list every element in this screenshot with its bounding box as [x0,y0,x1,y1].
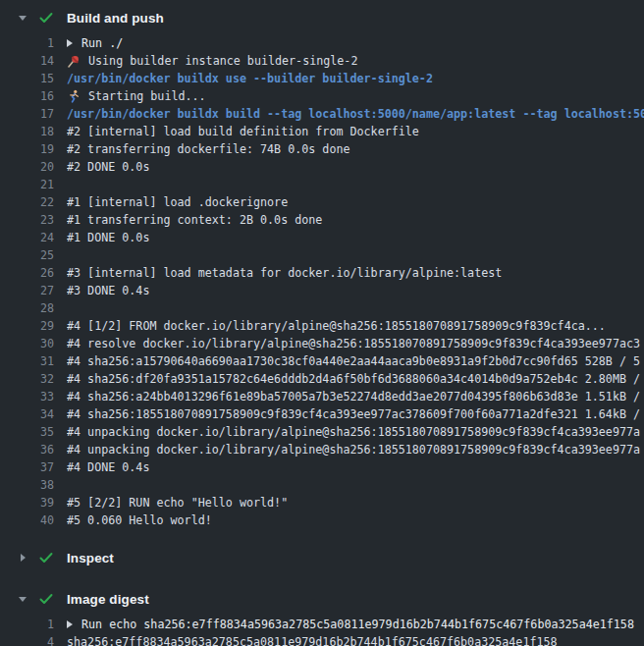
line-text [67,476,644,494]
line-number[interactable]: 18 [0,123,54,140]
line-number[interactable]: 29 [0,317,54,335]
line-number[interactable]: 37 [0,458,54,476]
log-line: 30 #4 resolve docker.io/library/alpine@s… [0,335,644,352]
line-text-value: #1 transferring context: 2B 0.0s done [67,211,322,229]
runner-icon [67,89,80,103]
line-text-value: Starting build... [88,87,206,105]
log-line: 27 #3 DONE 0.4s [0,282,644,299]
expand-group-icon[interactable] [67,620,73,628]
line-number[interactable]: 34 [0,405,54,423]
section-header[interactable]: Image digest [0,586,644,612]
line-text-value: #5 0.060 Hello world! [67,511,212,529]
line-text-value: #4 [1/2] FROM docker.io/library/alpine@s… [67,317,606,335]
section-title: Inspect [67,551,114,565]
line-text-value: #4 resolve docker.io/library/alpine@sha2… [67,335,640,352]
line-number[interactable]: 4 [0,633,54,646]
line-text-value: #4 sha256:185518070891758909c9f839cf4ca3… [67,405,640,423]
line-text: #2 [internal] load build definition from… [67,123,644,140]
line-text-value: #4 sha256:a24bb4013296f61e89ba57005a7b3e… [67,388,640,405]
line-text-value: #1 [internal] load .dockerignore [67,193,288,211]
line-number[interactable]: 15 [0,70,54,87]
section-title: Build and push [67,11,164,26]
line-text-value: Using builder instance builder-single-2 [88,52,357,70]
line-number[interactable]: 19 [0,140,54,158]
line-number[interactable]: 27 [0,282,54,299]
section-image-digest: Image digest 1 Run echo sha256:e7ff8834a… [0,586,644,646]
line-number[interactable]: 32 [0,370,54,388]
log-line: 34 #4 sha256:185518070891758909c9f839cf4… [0,405,644,423]
line-text-value: Run ./ [81,34,123,52]
line-text: #4 sha256:185518070891758909c9f839cf4ca3… [67,405,644,423]
log-line: 37 #4 DONE 0.4s [0,458,644,476]
line-text: #4 unpacking docker.io/library/alpine@sh… [67,441,644,458]
line-number[interactable]: 17 [0,105,54,123]
check-icon [38,10,54,26]
line-text [67,176,644,193]
log-line: 31 #4 sha256:a15790640a6690aa1730c38cf0a… [0,352,644,370]
log-line: 32 #4 sha256:df20fa9351a15782c64e6dddb2d… [0,370,644,388]
line-number[interactable]: 25 [0,246,54,264]
line-text-value: #4 sha256:a15790640a6690aa1730c38cf0a440… [67,352,640,370]
line-number[interactable]: 31 [0,352,54,370]
log-line: 14 Using builder instance builder-single… [0,52,644,70]
line-text: #1 DONE 0.0s [67,229,644,246]
log-line: 15 /usr/bin/docker buildx use --builder … [0,70,644,87]
line-text: /usr/bin/docker buildx build --tag local… [67,105,644,123]
expand-group-icon[interactable] [67,39,73,47]
section-lines: 1 Run echo sha256:e7ff8834a5963a2785c5a0… [0,616,644,646]
line-number[interactable]: 26 [0,264,54,282]
line-number[interactable]: 21 [0,176,54,193]
line-text: #4 resolve docker.io/library/alpine@sha2… [67,335,644,352]
line-text-value: Run echo sha256:e7ff8834a5963a2785c5a081… [81,616,634,633]
line-text: sha256:e7ff8834a5963a2785c5a0811e979d16b… [67,633,644,646]
line-number[interactable]: 1 [0,34,54,52]
log-line: 36 #4 unpacking docker.io/library/alpine… [0,441,644,458]
log-line: 4 sha256:e7ff8834a5963a2785c5a0811e979d1… [0,633,644,646]
line-text: Starting build... [67,87,644,105]
line-number[interactable]: 36 [0,441,54,458]
chevron-down-icon[interactable] [16,16,29,21]
line-text: #4 sha256:df20fa9351a15782c64e6dddb2d4a6… [67,370,644,388]
log-line: 33 #4 sha256:a24bb4013296f61e89ba57005a7… [0,388,644,405]
line-text: Run echo sha256:e7ff8834a5963a2785c5a081… [67,616,644,633]
line-number[interactable]: 23 [0,211,54,229]
line-text: #4 [1/2] FROM docker.io/library/alpine@s… [67,317,644,335]
line-number[interactable]: 38 [0,476,54,494]
line-text-value: #2 DONE 0.0s [67,158,149,176]
line-text: Using builder instance builder-single-2 [67,52,644,70]
line-number[interactable]: 14 [0,52,54,70]
line-number[interactable]: 24 [0,229,54,246]
section-header[interactable]: Build and push [0,5,644,30]
section-header[interactable]: Inspect [0,545,644,570]
section-inspect: Inspect [0,545,644,570]
line-number[interactable]: 40 [0,511,54,529]
line-number[interactable]: 1 [0,616,54,633]
line-text: #2 DONE 0.0s [67,158,644,176]
line-text-value: /usr/bin/docker buildx use --builder bui… [67,70,433,87]
line-text-value: #3 DONE 0.4s [67,282,149,299]
section-build-and-push: Build and push 1 Run ./ 14 Using builder… [0,5,644,529]
log-line: 28 [0,299,644,317]
line-text: #3 DONE 0.4s [67,282,644,299]
workflow-log: Build and push 1 Run ./ 14 Using builder… [0,0,644,646]
line-number[interactable]: 39 [0,494,54,511]
chevron-down-icon[interactable] [16,597,29,602]
line-text: #4 unpacking docker.io/library/alpine@sh… [67,423,644,441]
section-title: Image digest [67,592,149,607]
line-text-value: sha256:e7ff8834a5963a2785c5a0811e979d16b… [67,633,558,646]
check-icon [38,550,54,565]
check-icon [38,591,54,607]
line-number[interactable]: 33 [0,388,54,405]
line-text: #1 transferring context: 2B 0.0s done [67,211,644,229]
line-number[interactable]: 30 [0,335,54,352]
section-lines: 1 Run ./ 14 Using builder instance build… [0,34,644,529]
line-number[interactable]: 35 [0,423,54,441]
line-number[interactable]: 28 [0,299,54,317]
log-line: 20 #2 DONE 0.0s [0,158,644,176]
line-number[interactable]: 22 [0,193,54,211]
line-number[interactable]: 16 [0,87,54,105]
line-text: #3 [internal] load metadata for docker.i… [67,264,644,282]
log-line: 35 #4 unpacking docker.io/library/alpine… [0,423,644,441]
line-number[interactable]: 20 [0,158,54,176]
chevron-right-icon[interactable] [16,554,29,562]
